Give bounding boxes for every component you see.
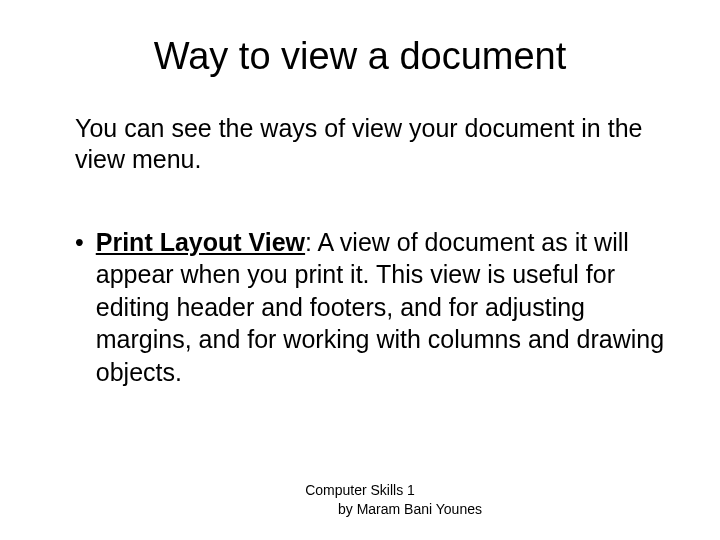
- slide-footer: Computer Skills 1 by Maram Bani Younes: [0, 481, 720, 520]
- bullet-marker: •: [75, 226, 84, 389]
- bullet-content: Print Layout View: A view of document as…: [96, 226, 670, 389]
- intro-text: You can see the ways of view your docume…: [50, 113, 670, 176]
- footer-line-1: Computer Skills 1: [0, 481, 720, 501]
- bullet-term: Print Layout View: [96, 228, 305, 256]
- bullet-separator: :: [305, 228, 318, 256]
- slide-title: Way to view a document: [50, 35, 670, 78]
- footer-line-2: by Maram Bani Younes: [0, 500, 720, 520]
- bullet-item: • Print Layout View: A view of document …: [50, 226, 670, 389]
